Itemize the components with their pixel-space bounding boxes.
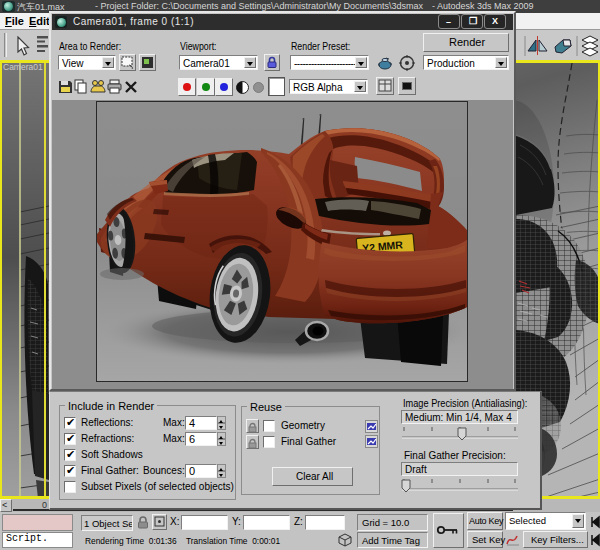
svg-text:Camera01: Camera01 xyxy=(3,62,43,72)
